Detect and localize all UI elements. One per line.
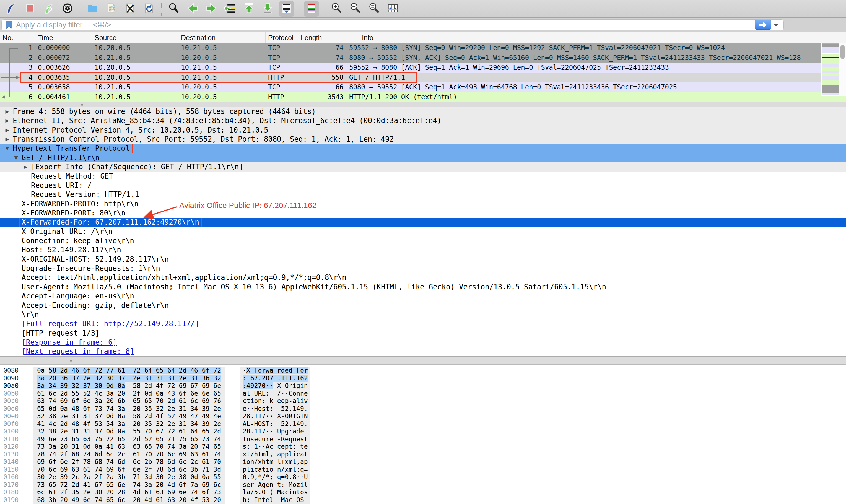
hex-row[interactable]: 00a03a 34 39 32 37 30 0d 0a 58 2d 4f 72 …	[0, 382, 846, 390]
hex-ascii[interactable]: ·X-Forwa rded-For	[240, 367, 310, 375]
detail-row[interactable]: Connection: keep-alive\r\n	[0, 236, 846, 245]
intelligent-scrollbar-minimap[interactable]	[822, 43, 839, 95]
detail-row[interactable]: Accept: text/html,application/xhtml+xml,…	[0, 273, 846, 282]
go-forward-button[interactable]	[204, 1, 219, 17]
detail-link[interactable]: [Full request URI: http://52.149.28.117/…	[22, 319, 199, 328]
column-header-no[interactable]: No.	[0, 32, 35, 43]
detail-row[interactable]: ▶Frame 4: 558 bytes on wire (4464 bits),…	[0, 107, 846, 116]
expander-closed-icon[interactable]: ▶	[4, 107, 11, 116]
detail-row[interactable]: X-FORWARDED-PROTO: http\r\n	[0, 199, 846, 209]
expander-closed-icon[interactable]: ▶	[22, 162, 29, 172]
detail-row[interactable]: ▶Transmission Control Protocol, Src Port…	[0, 135, 846, 144]
hex-row[interactable]: 00e032 38 2e 31 31 37 0d 0a 58 2d 4f 52 …	[0, 412, 846, 420]
column-header-destination[interactable]: Destination	[178, 32, 266, 43]
hex-bytes[interactable]: 3a 20 36 37 2e 32 30 37 2e 31 31 31 2e 3…	[33, 375, 225, 382]
hex-row[interactable]: 00800a 58 2d 46 6f 72 77 61 72 64 65 64 …	[0, 367, 846, 375]
zoom-out-button[interactable]	[347, 1, 363, 17]
hex-ascii[interactable]: s: 1··Ac cept: te	[240, 443, 310, 451]
hex-ascii[interactable]: 28.117·· X-ORIGIN	[240, 412, 310, 420]
detail-row[interactable]: Accept-Encoding: gzip, deflate\r\n	[0, 301, 846, 310]
detail-row[interactable]: \r\n	[0, 310, 846, 319]
save-capture-file-button[interactable]: 010100110101110	[104, 1, 119, 17]
detail-row[interactable]: ▶Internet Protocol Version 4, Src: 10.20…	[0, 126, 846, 135]
splitter-details-bytes[interactable]	[0, 356, 846, 364]
splitter-list-details[interactable]	[0, 102, 846, 107]
packet-row[interactable]: 60.00446110.21.0.510.20.0.5HTTP3543HTTP/…	[0, 92, 846, 102]
hex-ascii[interactable]: AL-HOST: 52.149.	[240, 420, 310, 428]
capture-options-button[interactable]	[60, 1, 75, 17]
detail-row[interactable]: ▼GET / HTTP/1.1\r\n	[0, 153, 846, 162]
hex-bytes[interactable]: 61 6c 2d 55 52 4c 3a 20 2f 0d 0a 43 6f 6…	[33, 390, 225, 397]
hex-ascii[interactable]: Insecure -Request	[240, 435, 310, 443]
detail-row[interactable]: ▶Ethernet II, Src: AristaNe_85:b4:34 (74…	[0, 116, 846, 125]
detail-row[interactable]: Request Method: GET	[0, 172, 846, 181]
detail-row[interactable]: Request Version: HTTP/1.1	[0, 190, 846, 199]
hex-bytes[interactable]: 30 2e 39 2c 2a 2f 2a 3b 71 3d 30 2e 38 0…	[33, 473, 225, 481]
detail-row[interactable]: X-FORWARDED-PORT: 80\r\n	[0, 209, 846, 218]
detail-row[interactable]: [Response in frame: 6]	[0, 338, 846, 347]
hex-ascii[interactable]: 0.9,*/*; q=0.8··U	[240, 473, 310, 481]
hex-bytes[interactable]: 63 74 69 6f 6e 3a 20 6b 65 65 70 2d 61 6…	[33, 397, 225, 405]
packet-row[interactable]: 10.00000010.20.0.510.21.0.5TCP7459552 → …	[0, 43, 846, 53]
reload-capture-file-button[interactable]: 10100111	[141, 1, 157, 17]
open-capture-file-button[interactable]	[85, 1, 100, 17]
column-header-time[interactable]: Time	[35, 32, 92, 43]
start-capture-button[interactable]	[3, 1, 19, 17]
expander-open-icon[interactable]: ▼	[13, 153, 19, 162]
zoom-original-button[interactable]	[366, 1, 382, 17]
hex-ascii[interactable]: ser-Agen t: Mozil	[240, 481, 310, 489]
expander-closed-icon[interactable]: ▶	[4, 116, 11, 125]
detail-row[interactable]: Upgrade-Insecure-Requests: 1\r\n	[0, 264, 846, 273]
hex-ascii[interactable]: al-URL: /··Conne	[240, 390, 310, 397]
display-filter-input[interactable]: Apply a display filter ... <⌘/>	[1, 19, 784, 31]
colorize-packets-button[interactable]	[304, 1, 319, 17]
hex-bytes[interactable]: 78 74 2f 68 74 6d 6c 2c 61 70 70 6c 69 6…	[33, 451, 225, 458]
hex-row[interactable]: 00d065 0d 0a 48 6f 73 74 3a 20 35 32 2e …	[0, 405, 846, 413]
hex-row[interactable]: 012073 3a 20 31 0d 0a 41 63 63 65 70 74 …	[0, 443, 846, 451]
detail-row[interactable]: [Next request in frame: 8]	[0, 347, 846, 356]
packet-row[interactable]: 30.00362610.20.0.510.21.0.5TCP6659552 → …	[0, 63, 846, 73]
detail-row[interactable]: User-Agent: Mozilla/5.0 (Macintosh; Inte…	[0, 283, 846, 291]
go-to-packet-button[interactable]	[222, 1, 238, 17]
detail-row[interactable]: Accept-Language: en-us\r\n	[0, 291, 846, 301]
hex-bytes[interactable]: 32 38 2e 31 31 37 0d 0a 58 2d 4f 52 49 4…	[33, 412, 225, 420]
hex-bytes[interactable]: 68 3b 20 49 6e 74 65 6c 20 4d 61 63 20 4…	[33, 496, 225, 504]
hex-bytes[interactable]: 32 38 2e 31 31 37 0d 0a 55 70 67 72 61 6…	[33, 428, 225, 435]
restart-capture-button[interactable]	[41, 1, 56, 17]
hex-bytes[interactable]: 73 3a 20 31 0d 0a 41 63 63 65 70 74 3a 2…	[33, 443, 225, 451]
packet-row[interactable]: 20.00007210.21.0.510.20.0.5TCP748080 → 5…	[0, 53, 846, 63]
column-header-length[interactable]: Length	[298, 32, 346, 43]
column-header-info[interactable]: Info	[346, 32, 846, 43]
go-back-button[interactable]	[185, 1, 200, 17]
expander-closed-icon[interactable]: ▶	[4, 126, 11, 135]
packet-row[interactable]: 40.00363510.20.0.510.21.0.5HTTP558GET / …	[0, 73, 846, 83]
hex-bytes[interactable]: 65 0d 0a 48 6f 73 74 3a 20 35 32 2e 31 3…	[33, 405, 225, 413]
detail-row[interactable]: X-Forwarded-For: 67.207.111.162:49270\r\…	[0, 218, 846, 227]
detail-row[interactable]: [HTTP request 1/3]	[0, 329, 846, 338]
hex-ascii[interactable]: e··Host: 52.149.	[240, 405, 310, 413]
expander-open-icon[interactable]: ▼	[4, 144, 11, 153]
column-header-source[interactable]: Source	[92, 32, 178, 43]
hex-ascii[interactable]: ion/xhtm l+xml,ap	[240, 458, 310, 466]
hex-bytes[interactable]: 49 6e 73 65 63 75 72 65 2d 52 65 71 75 6…	[33, 435, 225, 443]
hex-row[interactable]: 01806c 61 2f 35 2e 30 20 28 4d 61 63 69 …	[0, 488, 846, 496]
detail-row[interactable]: Host: 52.149.28.117\r\n	[0, 245, 846, 254]
hex-row[interactable]: 00c063 74 69 6f 6e 3a 20 6b 65 65 70 2d …	[0, 397, 846, 405]
hex-row[interactable]: 00f041 4c 2d 48 4f 53 54 3a 20 35 32 2e …	[0, 420, 846, 428]
filter-bookmark-icon[interactable]	[5, 20, 13, 29]
hex-bytes[interactable]: 41 4c 2d 48 4f 53 54 3a 20 35 32 2e 31 3…	[33, 420, 225, 428]
zoom-in-button[interactable]	[329, 1, 344, 17]
hex-row[interactable]: 00b061 6c 2d 55 52 4c 3a 20 2f 0d 0a 43 …	[0, 390, 846, 397]
hex-ascii[interactable]: ction: k eep-aliv	[240, 397, 310, 405]
go-last-packet-button[interactable]	[260, 1, 275, 17]
detail-link[interactable]: [Next request in frame: 8]	[22, 347, 134, 356]
hex-ascii[interactable]: xt/html, applicat	[240, 451, 310, 458]
hex-row[interactable]: 015070 6c 69 63 61 74 69 6f 6e 2f 78 6d …	[0, 466, 846, 473]
auto-scroll-button[interactable]	[279, 1, 294, 17]
detail-row[interactable]: X-ORIGINAL-HOST: 52.149.28.117\r\n	[0, 255, 846, 264]
hex-ascii[interactable]: la/5.0 ( Macintos	[240, 488, 310, 496]
find-packet-button[interactable]	[166, 1, 181, 17]
detail-link[interactable]: [Response in frame: 6]	[22, 338, 117, 347]
hex-row[interactable]: 017073 65 72 2d 41 67 65 6e 74 3a 20 4d …	[0, 481, 846, 489]
hex-row[interactable]: 016030 2e 39 2c 2a 2f 2a 3b 71 3d 30 2e …	[0, 473, 846, 481]
